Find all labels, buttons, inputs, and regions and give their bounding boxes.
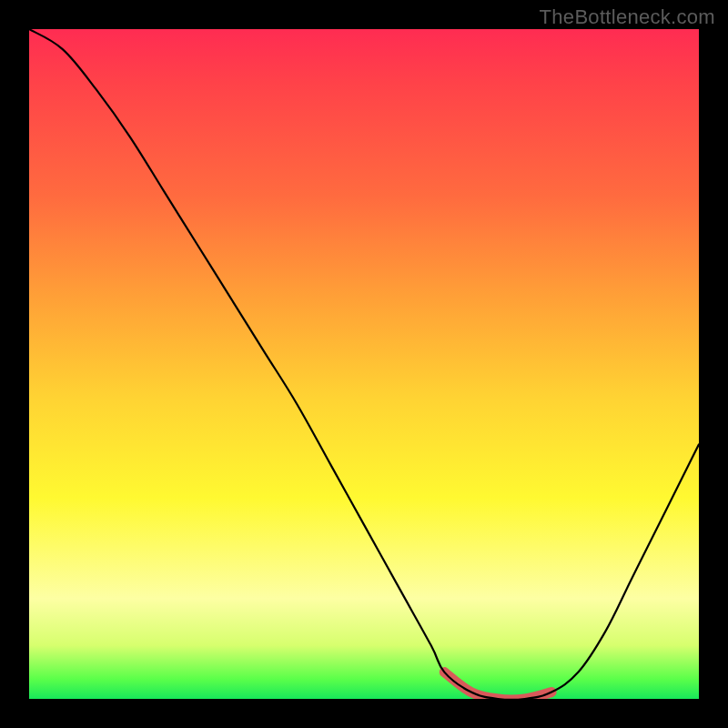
curve-layer [29,29,699,699]
bottleneck-curve [29,29,699,699]
watermark-label: TheBottleneck.com [540,5,715,29]
chart-frame: TheBottleneck.com [0,0,728,728]
plot-area [29,29,699,699]
